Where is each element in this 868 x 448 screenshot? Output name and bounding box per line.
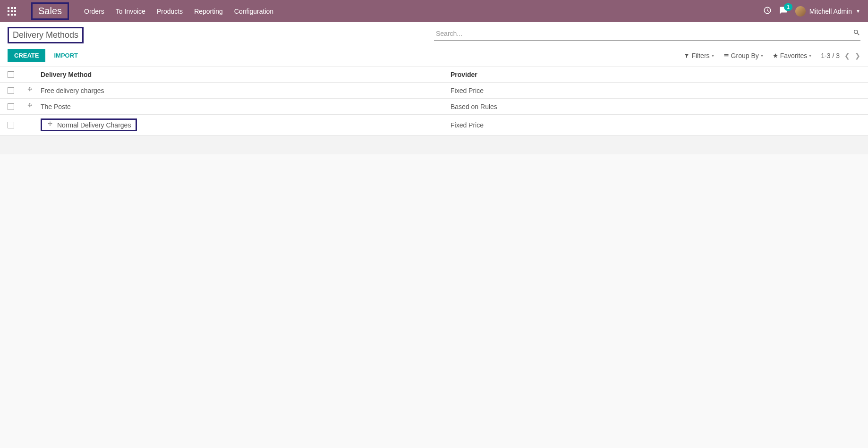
star-icon	[773, 53, 778, 59]
pager: 1-3 / 3 ❮ ❯	[821, 52, 860, 59]
nav-link-reporting[interactable]: Reporting	[194, 8, 223, 15]
pager-text: 1-3 / 3	[821, 52, 840, 59]
row-name: The Poste	[41, 103, 451, 110]
filter-group: Filters ▾ Group By ▾ Favorites ▾	[684, 52, 811, 59]
favorites-button[interactable]: Favorites ▾	[773, 52, 812, 59]
search-input[interactable]	[434, 27, 860, 41]
row-name: Free delivery charges	[41, 87, 451, 94]
nav-links: Orders To Invoice Products Reporting Con…	[84, 8, 273, 15]
nav-link-to-invoice[interactable]: To Invoice	[116, 8, 145, 15]
row-checkbox[interactable]	[8, 122, 14, 128]
filters-button[interactable]: Filters ▾	[684, 52, 714, 59]
create-button[interactable]: CREATE	[8, 49, 45, 62]
page-title: Delivery Methods	[8, 27, 84, 43]
drag-handle-icon[interactable]	[47, 121, 53, 129]
groupby-button[interactable]: Group By ▾	[723, 52, 763, 59]
chevron-down-icon: ▾	[809, 53, 811, 58]
row-provider: Based on Rules	[451, 103, 860, 110]
row-provider: Fixed Price	[451, 87, 860, 94]
chat-icon-wrap[interactable]: 1	[779, 6, 788, 17]
row-name: Normal Delivery Charges	[57, 121, 131, 129]
nav-link-products[interactable]: Products	[157, 8, 183, 15]
row-provider: Fixed Price	[451, 121, 860, 129]
table-row[interactable]: Free delivery charges Fixed Price	[0, 83, 868, 99]
select-all-checkbox[interactable]	[8, 71, 14, 78]
user-name: Mitchell Admin	[809, 8, 852, 15]
apps-icon[interactable]	[8, 7, 16, 16]
drag-handle-icon[interactable]	[26, 102, 41, 110]
navbar-right: 1 Mitchell Admin ▼	[763, 6, 860, 17]
chevron-down-icon: ▼	[856, 8, 860, 14]
nav-link-configuration[interactable]: Configuration	[234, 8, 273, 15]
avatar	[795, 6, 806, 17]
filters-label: Filters	[691, 52, 709, 59]
drag-handle-icon[interactable]	[26, 86, 41, 94]
row-highlighted: Normal Delivery Charges	[41, 118, 137, 131]
empty-area	[0, 135, 868, 154]
favorites-label: Favorites	[780, 52, 808, 59]
table-row[interactable]: The Poste Based on Rules	[0, 99, 868, 115]
groupby-label: Group By	[731, 52, 759, 59]
groupby-icon	[723, 53, 729, 59]
import-button[interactable]: IMPORT	[54, 52, 78, 59]
search-area	[434, 27, 860, 41]
user-menu[interactable]: Mitchell Admin ▼	[795, 6, 860, 17]
table-row[interactable]: Normal Delivery Charges Fixed Price	[0, 115, 868, 135]
clock-icon[interactable]	[763, 6, 772, 17]
filter-icon	[684, 53, 689, 59]
subheader: Delivery Methods CREATE IMPORT Filters ▾…	[0, 22, 868, 67]
chevron-down-icon: ▾	[712, 53, 714, 58]
row-checkbox[interactable]	[8, 103, 14, 110]
app-title[interactable]: Sales	[31, 2, 69, 20]
search-icon[interactable]	[853, 29, 860, 38]
navbar: Sales Orders To Invoice Products Reporti…	[0, 0, 868, 22]
pager-next[interactable]: ❯	[855, 52, 860, 59]
nav-link-orders[interactable]: Orders	[84, 8, 104, 15]
table: Delivery Method Provider Free delivery c…	[0, 67, 868, 135]
row-checkbox[interactable]	[8, 87, 14, 94]
pager-prev[interactable]: ❮	[844, 52, 850, 59]
chat-badge: 1	[784, 3, 792, 11]
chevron-down-icon: ▾	[761, 53, 763, 58]
col-provider[interactable]: Provider	[451, 71, 860, 78]
table-header: Delivery Method Provider	[0, 67, 868, 83]
col-delivery-method[interactable]: Delivery Method	[41, 71, 451, 78]
